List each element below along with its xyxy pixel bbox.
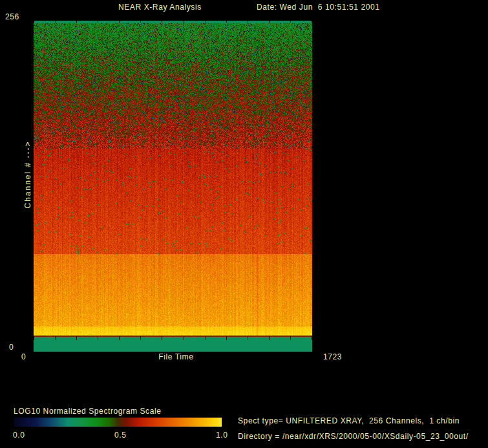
spectrogram-plot-area [34,21,312,352]
page-title: NEAR X-Ray Analysis [118,3,202,12]
y-axis-title: Channel # ---> [23,140,32,208]
y-axis-max-label: 256 [5,12,19,21]
colorbar-tick-1: 0.5 [114,431,126,440]
x-axis-max-label: 1723 [323,352,342,361]
colorbar-title: LOG10 Normalized Spectrogram Scale [14,407,162,416]
colorbar-tick-0: 0.0 [13,431,25,440]
date-label: Date: Wed Jun 6 10:51:51 2001 [257,3,380,12]
x-axis-title: File Time [158,352,193,361]
x-axis-min-label: 0 [21,352,26,361]
y-axis-min-label: 0 [9,343,14,352]
colorbar-tick-2: 1.0 [216,431,228,440]
spect-type-info: Spect type= UNFILTERED XRAY, 256 Channel… [238,416,460,425]
directory-info: Directory = /near/xdr/XRS/2000/05-00/XSd… [238,432,469,441]
colorbar-gradient [14,418,222,427]
spectrogram-canvas [34,21,312,352]
near-xray-analysis-window: NEAR X-Ray Analysis Date: Wed Jun 6 10:5… [0,0,488,448]
